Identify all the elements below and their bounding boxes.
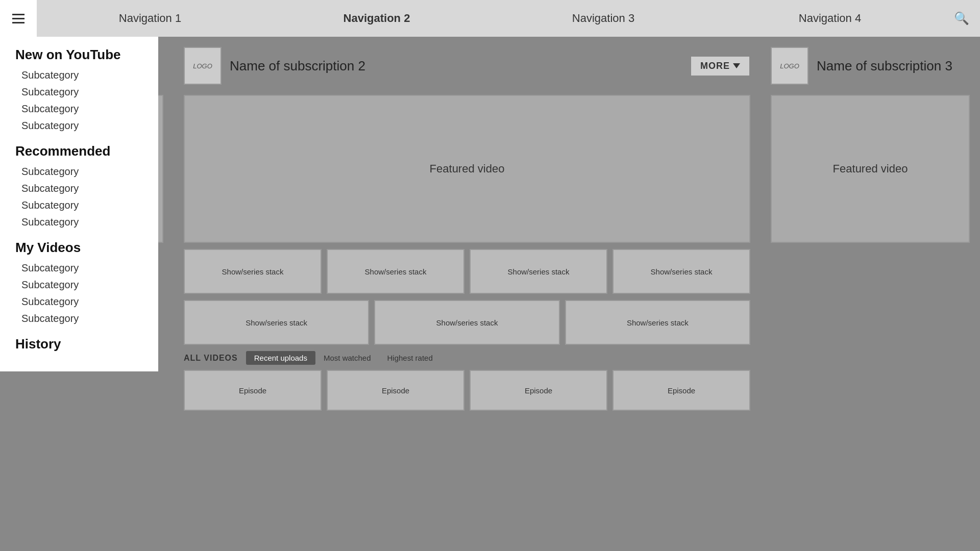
stack-item-5[interactable]: Show/series stack — [184, 300, 369, 345]
sidebar-section-my-videos: My Videos — [15, 240, 143, 256]
episodes-grid: Episode Episode Episode Episode — [184, 370, 750, 411]
sub3-featured-video[interactable]: Featured video — [771, 95, 970, 243]
stack-item-3[interactable]: Show/series stack — [470, 249, 607, 294]
sidebar-item-new-sub3[interactable]: Subcategory — [15, 101, 143, 117]
sidebar-section-history[interactable]: History — [15, 336, 143, 352]
sidebar-item-new-sub1[interactable]: Subcategory — [15, 67, 143, 84]
sub2-name: Name of subscription 2 — [230, 58, 682, 74]
sidebar-section-new-on-youtube: New on YouTube — [15, 47, 143, 63]
stack-item-1[interactable]: Show/series stack — [184, 249, 322, 294]
sidebar-item-mv-sub3[interactable]: Subcategory — [15, 293, 143, 310]
stack-item-4[interactable]: Show/series stack — [612, 249, 750, 294]
nav-items: Navigation 1 Navigation 2 Navigation 3 N… — [37, 12, 943, 25]
sub2-header: LOGO Name of subscription 2 MORE — [184, 47, 750, 85]
sub2-featured-video[interactable]: Featured video — [184, 95, 750, 243]
stack-item-2[interactable]: Show/series stack — [327, 249, 464, 294]
sidebar-item-mv-sub4[interactable]: Subcategory — [15, 310, 143, 327]
all-videos-tabs: ALL VIDEOS Recent uploads Most watched H… — [184, 351, 750, 365]
stack-item-7[interactable]: Show/series stack — [565, 300, 750, 345]
stacks-row-2: Show/series stack Show/series stack Show… — [184, 300, 750, 345]
chevron-down-icon — [733, 63, 740, 68]
episode-item-4[interactable]: Episode — [612, 370, 750, 411]
episode-item-2[interactable]: Episode — [327, 370, 464, 411]
sidebar-item-new-sub4[interactable]: Subcategory — [15, 117, 143, 134]
more-button[interactable]: MORE — [690, 56, 750, 77]
all-videos-label: ALL VIDEOS — [184, 354, 238, 363]
nav-item-1[interactable]: Navigation 1 — [37, 12, 263, 25]
sub3-logo: LOGO — [771, 47, 808, 85]
sidebar-item-rec-sub3[interactable]: Subcategory — [15, 197, 143, 214]
subscription-column-2: LOGO Name of subscription 2 MORE Feature… — [174, 37, 761, 551]
sidebar-item-rec-sub2[interactable]: Subcategory — [15, 180, 143, 197]
featured-video-label: Featured video — [430, 162, 505, 176]
menu-button[interactable] — [0, 0, 37, 37]
episode-item-3[interactable]: Episode — [470, 370, 607, 411]
stacks-row-1: Show/series stack Show/series stack Show… — [184, 249, 750, 294]
nav-item-2[interactable]: Navigation 2 — [263, 12, 490, 25]
header: Navigation 1 Navigation 2 Navigation 3 N… — [0, 0, 980, 37]
sub3-name: Name of subscription 3 — [817, 58, 970, 74]
episode-item-1[interactable]: Episode — [184, 370, 322, 411]
search-icon: 🔍 — [954, 11, 969, 26]
sub2-logo: LOGO — [184, 47, 222, 85]
tab-most-watched[interactable]: Most watched — [315, 351, 379, 365]
tab-recent-uploads[interactable]: Recent uploads — [246, 351, 315, 365]
sidebar-item-mv-sub1[interactable]: Subcategory — [15, 260, 143, 277]
hamburger-icon — [12, 14, 24, 23]
nav-item-3[interactable]: Navigation 3 — [490, 12, 717, 25]
sidebar-item-rec-sub4[interactable]: Subcategory — [15, 214, 143, 231]
nav-item-4[interactable]: Navigation 4 — [717, 12, 943, 25]
subscription-column-3: LOGO Name of subscription 3 Featured vid… — [761, 37, 980, 551]
sidebar-item-new-sub2[interactable]: Subcategory — [15, 84, 143, 101]
sidebar-item-rec-sub1[interactable]: Subcategory — [15, 163, 143, 180]
sub3-featured-video-label: Featured video — [833, 162, 908, 176]
more-label: MORE — [700, 61, 730, 71]
sub3-header: LOGO Name of subscription 3 — [771, 47, 970, 85]
stack-item-6[interactable]: Show/series stack — [374, 300, 559, 345]
all-videos-section: ALL VIDEOS Recent uploads Most watched H… — [184, 351, 750, 411]
sidebar-dropdown: New on YouTube Subcategory Subcategory S… — [0, 37, 158, 371]
search-button[interactable]: 🔍 — [943, 0, 980, 37]
sidebar-item-mv-sub2[interactable]: Subcategory — [15, 277, 143, 293]
tab-highest-rated[interactable]: Highest rated — [379, 351, 441, 365]
sidebar-section-recommended: Recommended — [15, 143, 143, 159]
